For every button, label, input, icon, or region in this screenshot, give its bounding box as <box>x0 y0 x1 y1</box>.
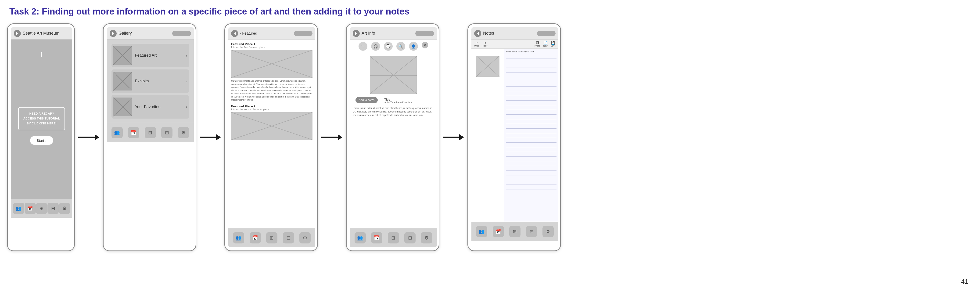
note-line-6 <box>506 77 557 82</box>
svg-marker-1 <box>95 134 99 140</box>
nav5-calendar-icon[interactable]: 📅 <box>493 226 504 237</box>
gallery-item-featured[interactable]: Featured Art › <box>111 44 189 67</box>
arrow-1 <box>75 131 103 143</box>
nav5-layout-icon[interactable]: ⊟ <box>526 226 537 237</box>
notes-text: Some notes taken by the user <box>506 51 557 53</box>
piece2-subtitle: Info on the second featured piece <box>231 108 312 111</box>
start-label: Start <box>37 139 44 142</box>
photo-tool[interactable]: 🖼 Photo <box>535 41 540 47</box>
start-button[interactable]: Start › <box>30 136 54 145</box>
note-line-11 <box>506 100 557 105</box>
page-title: Task 2: Finding out more information on … <box>10 6 409 17</box>
save-tool[interactable]: 💾 Save <box>550 41 555 47</box>
person-icon[interactable]: 👤 <box>409 42 418 51</box>
art-title-label: Title <box>384 98 412 101</box>
nav4-settings-icon[interactable]: ⚙ <box>421 232 432 244</box>
gallery-item-favorites[interactable]: Your Favorites › <box>111 95 189 119</box>
artinfo-image-x <box>370 56 417 94</box>
nav3-calendar-icon[interactable]: 📅 <box>250 232 261 244</box>
nav4-calendar-icon[interactable]: 📅 <box>371 232 382 244</box>
nav5-settings-icon[interactable]: ⚙ <box>542 226 554 237</box>
screen3-search[interactable] <box>294 31 312 36</box>
piece1-image <box>231 50 312 78</box>
notes-writing-area[interactable]: Some notes taken by the user <box>504 49 558 222</box>
redo-tool[interactable]: ↪ Redo <box>483 41 488 47</box>
piece2-title: Featured Piece 2 <box>231 105 312 108</box>
screen5-header: H Notes <box>471 27 558 40</box>
note-line-5 <box>506 72 557 77</box>
gallery-screen: H Gallery Featured Art › <box>107 27 194 247</box>
new-label: New <box>543 45 547 47</box>
redo-label: Redo <box>483 45 488 47</box>
new-tool[interactable]: 📄 New <box>543 41 547 47</box>
screen2-title: Gallery <box>118 31 143 36</box>
screen-1-phone: H Seattle Art Museum ↑ NEED A RECAP?ACCE… <box>7 23 75 251</box>
nav-grid-icon[interactable]: ⊞ <box>36 203 47 214</box>
screen1-title: Seattle Art Museum <box>23 31 69 36</box>
piece2-image-x <box>231 112 312 140</box>
note-line-9 <box>506 91 557 96</box>
phone-screen: H Seattle Art Museum ↑ NEED A RECAP?ACCE… <box>11 27 72 247</box>
recap-box: NEED A RECAP?ACCESS THIS TUTORIALBY CLIC… <box>18 107 65 130</box>
up-arrow-icon: ↑ <box>40 49 44 59</box>
nav-calendar-icon[interactable]: 📅 <box>25 203 36 214</box>
nav3-grid-icon[interactable]: ⊞ <box>266 232 277 244</box>
undo-tool[interactable]: ↩ Undo <box>474 41 479 47</box>
nav5-people-icon[interactable]: 👥 <box>476 226 487 237</box>
featured-content: Featured Piece 1 Info on the first featu… <box>228 40 315 228</box>
piece2-image <box>231 112 312 140</box>
note-line-10 <box>506 96 557 100</box>
gallery-item-exhibits[interactable]: Exhibits › <box>111 70 189 93</box>
notes-screen: H Notes ↩ Undo ↪ Redo 🖼 Photo <box>471 27 558 247</box>
featured-art-thumb <box>113 46 132 65</box>
zoom-icon[interactable]: 🔍 <box>396 42 405 51</box>
speech-icon[interactable]: 💬 <box>384 42 393 51</box>
gallery-featured-chevron: › <box>186 53 187 58</box>
notes-lines <box>506 54 557 194</box>
add-to-notes-button[interactable]: Add to notes <box>355 97 378 103</box>
screen4-title: Art Info <box>361 31 387 36</box>
screen-3-featured: H ‹ Featured Featured Piece 1 Info on th… <box>224 23 318 251</box>
headphones-icon[interactable]: 🎧 <box>371 42 380 51</box>
gallery-favorites-chevron: › <box>186 105 187 110</box>
note-line-23 <box>506 157 557 161</box>
svg-marker-9 <box>216 134 221 140</box>
arrow-3-svg <box>320 131 344 143</box>
notes-toolbar: ↩ Undo ↪ Redo 🖼 Photo 📄 New 💾 <box>471 40 558 49</box>
screen5-search[interactable] <box>537 31 555 36</box>
note-line-24 <box>506 161 557 166</box>
screen2-search[interactable] <box>172 31 191 36</box>
redo-icon: ↪ <box>484 41 486 45</box>
heart-icon[interactable]: ♡ <box>358 42 368 51</box>
screen3-header: H ‹ Featured <box>228 27 315 40</box>
close-icon[interactable]: ✕ <box>422 42 428 48</box>
nav4-people-icon[interactable]: 👥 <box>355 232 366 244</box>
exhibits-thumb <box>113 72 132 91</box>
header-logo-3: H <box>231 30 238 37</box>
note-line-30 <box>506 190 557 194</box>
page-number: 41 <box>961 278 968 285</box>
nav-people-icon[interactable]: 👥 <box>13 203 24 214</box>
art-description: Lorem ipsum dolor sit amet, et nibh blan… <box>353 107 434 117</box>
screen-5-notes: H Notes ↩ Undo ↪ Redo 🖼 Photo <box>468 23 561 251</box>
nav3-people-icon[interactable]: 👥 <box>233 232 244 244</box>
screen1-bottom-nav: 👥 📅 ⊞ ⊟ ⚙ <box>11 199 72 218</box>
nav-settings-icon[interactable]: ⚙ <box>59 203 70 214</box>
artinfo-screen: H Art Info ♡ 🎧 💬 🔍 👤 ✕ <box>350 27 437 247</box>
back-button[interactable]: ‹ Featured <box>240 31 257 35</box>
gallery-exhibits-chevron: › <box>186 79 187 84</box>
nav4-grid-icon[interactable]: ⊞ <box>388 232 399 244</box>
nav4-layout-icon[interactable]: ⊟ <box>404 232 415 244</box>
nav3-settings-icon[interactable]: ⚙ <box>299 232 310 244</box>
nav-layout-icon[interactable]: ⊟ <box>48 203 59 214</box>
favorites-thumb-x <box>113 97 183 132</box>
note-line-26 <box>506 171 557 175</box>
note-line-29 <box>506 185 557 190</box>
screen4-search[interactable] <box>415 31 434 36</box>
screen-2-gallery: H Gallery Featured Art › <box>103 23 196 251</box>
screen2-header: H Gallery <box>107 27 194 40</box>
recap-text: NEED A RECAP?ACCESS THIS TUTORIALBY CLIC… <box>18 107 65 130</box>
nav3-layout-icon[interactable]: ⊟ <box>283 232 294 244</box>
artinfo-title-block: Title Artist/Time Period/Medium <box>384 98 412 104</box>
nav5-grid-icon[interactable]: ⊞ <box>509 226 520 237</box>
